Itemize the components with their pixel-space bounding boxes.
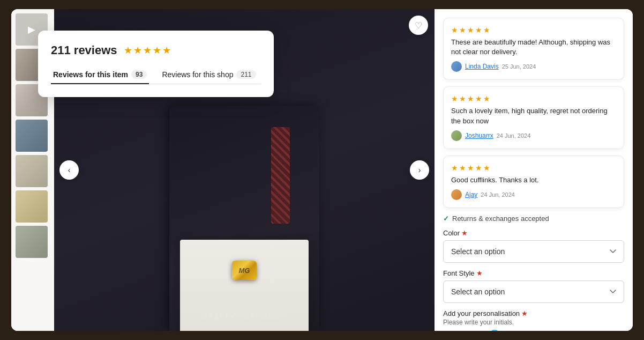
review-3-text: Good cufflinks. Thanks a lot. xyxy=(451,175,616,185)
returns-label: Returns & exchanges accepted xyxy=(452,215,549,223)
star-4: ★ xyxy=(153,45,161,56)
check-icon: ✓ xyxy=(443,215,449,223)
tab-reviews-item-badge: 93 xyxy=(131,70,147,79)
font-style-select[interactable]: Select an option xyxy=(443,280,624,303)
reviewer-2-avatar xyxy=(451,130,462,141)
tab-reviews-item[interactable]: Reviews for this item 93 xyxy=(51,66,149,84)
star-1: ★ xyxy=(124,45,132,56)
reviewer-3-name[interactable]: Ajay xyxy=(465,191,477,198)
review-1-stars: ★ ★ ★ ★ ★ xyxy=(451,26,616,34)
tab-reviews-shop-label: Reviews for this shop xyxy=(162,70,233,79)
reviewer-1-row: Linda Davis 25 Jun, 2024 xyxy=(451,61,616,72)
heart-icon: ♡ xyxy=(415,20,422,31)
reviewer-2-date: 24 Jun, 2024 xyxy=(497,132,531,139)
reviewer-2-row: Joshuarrx 24 Jun, 2024 xyxy=(451,130,616,141)
cufflink-initials: MG xyxy=(239,267,250,275)
reviews-popup: 211 reviews ★ ★ ★ ★ ★ Reviews for this i… xyxy=(38,31,274,97)
review-card-3: ★ ★ ★ ★ ★ Good cufflinks. Thanks a lot. … xyxy=(443,156,624,208)
personalisation-required-star: ★ xyxy=(521,309,528,317)
tab-reviews-shop-badge: 211 xyxy=(236,70,256,79)
reviewer-3-avatar xyxy=(451,189,462,200)
tab-reviews-shop[interactable]: Reviews for this shop 211 xyxy=(160,66,258,84)
star-3: ★ xyxy=(143,45,152,56)
left-arrow-icon: ‹ xyxy=(68,166,71,174)
personalisation-label: Add your personalisation ★ xyxy=(443,309,624,317)
returns-row: ✓ Returns & exchanges accepted xyxy=(443,215,624,223)
browser-window: MG ◆ CRAFTY CUFFLINK MEN STORE CRAFTY CU… xyxy=(11,9,633,331)
watermark: CRAFTY CUFFLINKS xyxy=(203,314,286,320)
personalisation-field: Add your personalisation ★ Please write … xyxy=(443,309,624,331)
reviewer-1-date: 25 Jun, 2024 xyxy=(502,63,536,70)
right-panel: ★ ★ ★ ★ ★ These are beautifully made! Al… xyxy=(435,9,633,331)
font-style-label-text: Font Style xyxy=(443,269,475,277)
reviewer-1-avatar xyxy=(451,61,462,72)
thumbnail-5[interactable] xyxy=(16,155,48,187)
globe-icon: 🌐 xyxy=(489,329,500,331)
tab-reviews-item-label: Reviews for this item xyxy=(53,70,128,79)
color-label: Color ★ xyxy=(443,229,624,237)
font-style-label: Font Style ★ xyxy=(443,269,624,277)
thumbnail-4[interactable] xyxy=(16,120,48,152)
reviewer-3-date: 24 Jun, 2024 xyxy=(481,191,515,198)
review-card-1: ★ ★ ★ ★ ★ These are beautifully made! Al… xyxy=(443,18,624,80)
star-5: ★ xyxy=(162,45,171,56)
color-required-star: ★ xyxy=(461,229,468,237)
right-arrow-icon: › xyxy=(418,166,421,174)
reviewer-1-name[interactable]: Linda Davis xyxy=(465,63,499,70)
font-style-required-star: ★ xyxy=(476,269,483,277)
wishlist-button[interactable]: ♡ xyxy=(409,16,428,35)
translate-label: See in original language xyxy=(503,330,578,331)
next-image-button[interactable]: › xyxy=(410,160,429,180)
translate-row[interactable]: 🌐 See in original language xyxy=(443,329,624,331)
review-3-stars: ★ ★ ★ ★ ★ xyxy=(451,164,616,172)
personalisation-hint: Please write your initials. xyxy=(443,319,624,326)
prev-image-button[interactable]: ‹ xyxy=(59,160,79,180)
reviews-header: 211 reviews ★ ★ ★ ★ ★ xyxy=(51,43,261,57)
review-2-stars: ★ ★ ★ ★ ★ xyxy=(451,94,616,103)
review-2-text: Such a lovely item, high quality, regret… xyxy=(451,106,616,125)
reviewer-3-row: Ajay 24 Jun, 2024 xyxy=(451,189,616,200)
color-field: Color ★ Select an option xyxy=(443,229,624,263)
reviews-count: 211 reviews xyxy=(51,43,117,57)
font-style-field: Font Style ★ Select an option xyxy=(443,269,624,303)
personalisation-label-text: Add your personalisation xyxy=(443,309,520,317)
reviewer-2-name[interactable]: Joshuarrx xyxy=(465,132,493,139)
color-select[interactable]: Select an option xyxy=(443,240,624,263)
review-card-2: ★ ★ ★ ★ ★ Such a lovely item, high quali… xyxy=(443,86,624,149)
overall-stars: ★ ★ ★ ★ ★ xyxy=(124,45,171,56)
review-1-text: These are beautifully made! Although, sh… xyxy=(451,38,616,57)
thumbnail-7[interactable] xyxy=(16,226,48,258)
thumbnail-6[interactable] xyxy=(16,190,48,223)
color-label-text: Color xyxy=(443,229,460,237)
review-tabs: Reviews for this item 93 Reviews for thi… xyxy=(51,66,261,84)
star-2: ★ xyxy=(133,45,142,56)
